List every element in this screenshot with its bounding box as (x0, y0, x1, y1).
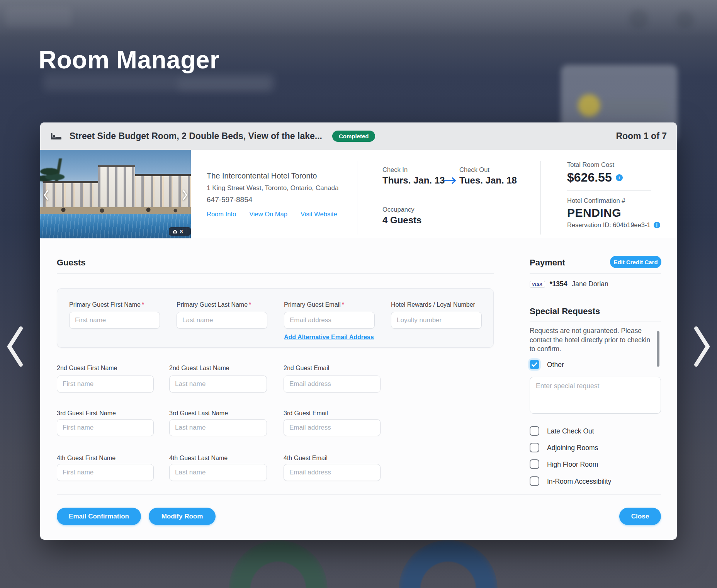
check-in-value: Thurs. Jan. 13 (382, 175, 445, 186)
primary-last-name-input[interactable] (177, 312, 267, 329)
next-room-arrow-icon[interactable] (692, 325, 712, 369)
room-info-link[interactable]: Room Info (207, 211, 236, 218)
total-room-cost-value: $626.55 i (567, 170, 623, 185)
room-counter: Room 1 of 7 (616, 131, 667, 141)
hotel-phone: 647-597-8854 (207, 195, 252, 204)
special-requests-heading: Special Requests (530, 306, 600, 316)
bed-icon (50, 132, 62, 141)
divider (540, 161, 541, 235)
view-on-map-link[interactable]: View On Map (249, 211, 287, 218)
late-check-out-checkbox[interactable] (530, 426, 539, 436)
scrollbar-thumb[interactable] (657, 331, 659, 367)
loyalty-number-label: Hotel Rewards / Loyal Number (391, 301, 475, 308)
guest4-first-name-input[interactable] (57, 464, 154, 481)
guest2-first-name-input[interactable] (57, 376, 154, 393)
guest4-last-name-input[interactable] (169, 464, 267, 481)
status-badge: Completed (332, 131, 375, 142)
close-button[interactable]: Close (619, 508, 661, 525)
email-confirmation-button[interactable]: Email Confirmation (57, 508, 141, 525)
guest2-last-name-input[interactable] (169, 376, 267, 393)
background-card-yellow-circle (578, 94, 600, 117)
required-mark: * (142, 301, 144, 308)
guest3-last-name-label: 3rd Guest Last Name (169, 410, 228, 417)
guest3-last-name-input[interactable] (169, 419, 267, 436)
special-request-textarea[interactable] (530, 377, 661, 414)
total-room-cost-label: Total Room Cost (567, 161, 614, 168)
guest4-first-name-label: 4th Guest First Name (57, 455, 116, 462)
other-checkbox-label: Other (547, 361, 564, 369)
reservation-id-row: Reservation ID: 604b19ee3-1 i (567, 221, 660, 229)
guest4-email-label: 4th Guest Email (284, 455, 328, 462)
visit-website-link[interactable]: Visit Website (301, 211, 337, 218)
photo-pool-deck (40, 207, 191, 214)
primary-first-name-label: Primary Guest First Name* (69, 301, 144, 308)
payment-heading: Payment (530, 258, 565, 268)
guest2-last-name-label: 2nd Guest Last Name (169, 365, 229, 372)
photo-building (98, 165, 135, 212)
occupancy-value: 4 Guests (382, 215, 421, 226)
other-checkbox[interactable] (530, 360, 539, 369)
adjoining-rooms-checkbox[interactable] (530, 443, 539, 452)
info-icon[interactable]: i (654, 222, 660, 228)
background-ring-right (399, 540, 498, 588)
divider (382, 196, 514, 196)
in-room-accessibility-label: In-Room Accessibility (547, 478, 611, 486)
guest2-email-input[interactable] (284, 376, 381, 393)
modal-header: Street Side Budget Room, 2 Double Beds, … (40, 122, 677, 150)
divider (567, 190, 651, 191)
guests-heading: Guests (57, 258, 86, 268)
in-room-accessibility-checkbox[interactable] (530, 476, 539, 486)
guest2-email-label: 2nd Guest Email (284, 365, 329, 372)
primary-last-name-label: Primary Guest Last Name* (177, 301, 251, 308)
guest3-first-name-input[interactable] (57, 419, 154, 436)
hotel-photo-carousel (40, 150, 191, 238)
high-floor-room-label: High Floor Room (547, 461, 598, 469)
special-requests-note: Requests are not guaranteed. Please cont… (530, 326, 654, 354)
guest3-email-label: 3rd Guest Email (284, 410, 328, 417)
guest3-email-input[interactable] (284, 419, 381, 436)
modify-room-button[interactable]: Modify Room (149, 508, 216, 525)
primary-first-name-input[interactable] (69, 312, 160, 329)
required-mark: * (342, 301, 344, 308)
payment-card-row: VISA *1354 Jane Dorian (530, 280, 608, 288)
card-last4: *1354 (550, 280, 567, 288)
room-manager-modal: Street Side Budget Room, 2 Double Beds, … (40, 122, 677, 540)
high-floor-room-checkbox[interactable] (530, 459, 539, 469)
check-in-label: Check In (382, 166, 408, 173)
photo-count-badge[interactable]: 8 (169, 227, 191, 236)
check-icon (532, 362, 537, 367)
divider (57, 273, 494, 274)
info-icon[interactable]: i (616, 174, 623, 181)
check-out-label: Check Out (459, 166, 489, 173)
room-title: Street Side Budget Room, 2 Double Beds, … (70, 131, 322, 141)
background-ghost-heading (178, 77, 270, 92)
occupancy-label: Occupancy (382, 206, 415, 213)
loyalty-number-input[interactable] (391, 312, 482, 329)
previous-room-arrow-icon[interactable] (5, 325, 25, 369)
guest4-email-input[interactable] (284, 464, 381, 481)
page-title: Room Manager (39, 46, 219, 74)
background-card-bar (605, 100, 668, 113)
guest3-first-name-label: 3rd Guest First Name (57, 410, 116, 417)
edit-credit-card-button[interactable]: Edit Credit Card (610, 256, 661, 268)
add-alternative-email-link[interactable]: Add Alternative Email Address (284, 334, 374, 341)
photo-count: 8 (180, 229, 183, 235)
divider (357, 161, 357, 235)
hotel-confirmation-label: Hotel Confirmation # (567, 197, 625, 204)
background-ring-left (229, 540, 328, 588)
divider (530, 273, 661, 274)
photo-prev-icon[interactable] (43, 190, 49, 202)
divider (530, 321, 661, 321)
primary-email-label: Primary Guest Email* (284, 301, 344, 308)
background-logo-blur (5, 7, 72, 27)
photo-next-icon[interactable] (182, 190, 188, 202)
primary-email-input[interactable] (284, 312, 375, 329)
hotel-address: 1 King Street West, Toronto, Ontario, Ca… (207, 184, 338, 192)
camera-icon (172, 229, 178, 234)
guest2-first-name-label: 2nd Guest First Name (57, 365, 117, 372)
background-icon-blur (676, 11, 694, 29)
adjoining-rooms-label: Adjoining Rooms (547, 444, 598, 452)
late-check-out-label: Late Check Out (547, 427, 594, 435)
primary-guest-card: Primary Guest First Name* Primary Guest … (57, 288, 494, 348)
guest4-last-name-label: 4th Guest Last Name (169, 455, 228, 462)
